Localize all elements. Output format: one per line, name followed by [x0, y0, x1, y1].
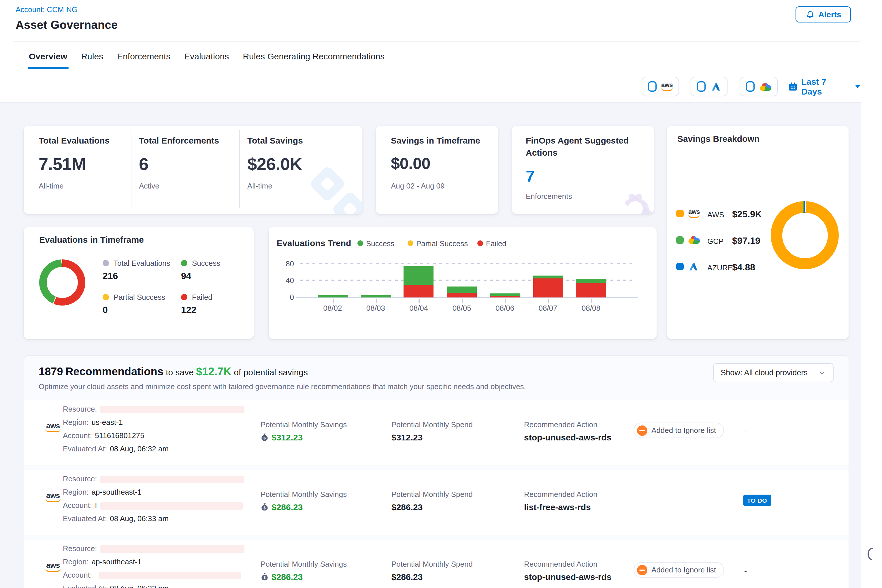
spend-column-header: Potential Monthly Spend: [392, 420, 473, 429]
recommendation-row[interactable]: aws Resource: Region:us-east-1 Account:5…: [24, 400, 849, 465]
tab-rules[interactable]: Rules: [81, 42, 103, 69]
aws-savings-value: $25.9K: [732, 209, 762, 220]
todo-badge[interactable]: TO DO: [743, 495, 771, 506]
trend-bar-08/07: [533, 276, 563, 297]
divider: [131, 130, 131, 208]
aws-filter-toggle[interactable]: aws: [642, 76, 679, 96]
savings-in-timeframe-card: Savings in Timeframe $0.00 Aug 02 - Aug …: [376, 126, 498, 214]
azure-savings-value: $4.88: [732, 262, 755, 273]
x-tick: [333, 298, 334, 303]
finops-title-line2: Actions: [526, 148, 558, 158]
x-tick-label: 08/03: [357, 304, 394, 312]
recommended-action-value: stop-unused-aws-rds: [524, 432, 611, 442]
alerts-button[interactable]: Alerts: [795, 6, 851, 22]
svg-text:$: $: [264, 575, 266, 580]
evaluations-timeframe-title: Evaluations in Timeframe: [39, 235, 144, 244]
trend-bar-08/06: [490, 293, 520, 297]
x-tick-label: 08/07: [530, 304, 566, 312]
action-column-header: Recommended Action: [524, 490, 597, 499]
evaluations-donut: [39, 260, 86, 306]
tab-rules-generating-recommendations[interactable]: Rules Generating Recommendations: [243, 42, 384, 69]
empty-cell-dash: -: [744, 566, 747, 575]
recommendations-headline: 1879 Recommendations to save $12.7K of p…: [39, 366, 308, 378]
right-gutter: [861, 0, 882, 588]
tab-overview[interactable]: Overview: [29, 42, 67, 69]
savings-timeframe-title: Savings in Timeframe: [391, 135, 480, 145]
gcp-checkbox[interactable]: [746, 81, 754, 92]
money-bag-icon: $: [261, 502, 268, 512]
divider: [239, 130, 240, 208]
added-to-ignore-badge[interactable]: Added to Ignore list: [633, 423, 724, 438]
savings-breakdown-card: Savings Breakdown aws AWS $25.9K GCP $97…: [667, 126, 849, 339]
cloud-provider-filter-dropdown[interactable]: Show: All cloud providers: [713, 363, 834, 382]
trend-bar-08/05: [447, 286, 477, 297]
success-legend-value: 94: [181, 271, 191, 281]
total-enforcements-value: 6: [139, 154, 148, 174]
aws-legend-label: AWS: [707, 210, 724, 219]
monthly-savings-value: $ $286.23: [261, 502, 303, 512]
spend-column-header: Potential Monthly Spend: [392, 560, 473, 568]
recommendation-rows: aws Resource: Region:us-east-1 Account:5…: [24, 400, 849, 588]
redacted-resource-value: [100, 545, 245, 553]
savings-timeframe-sub: Aug 02 - Aug 09: [391, 182, 445, 190]
finops-sub: Enforcements: [526, 192, 572, 201]
decorative-diamond: [309, 165, 346, 202]
help-widget-partial-icon[interactable]: [868, 548, 878, 560]
aws-icon: aws: [45, 422, 60, 432]
partial-success-dot: [103, 294, 109, 300]
recommendation-row[interactable]: aws Resource: Region:ap-southeast-1 Acco…: [24, 540, 849, 588]
trend-failed-dot: [477, 240, 483, 246]
total-evaluations-sub: All-time: [39, 182, 64, 190]
savings-column-header: Potential Monthly Savings: [261, 490, 347, 499]
azure-checkbox[interactable]: [697, 81, 706, 92]
recommended-action-value: list-free-aws-rds: [524, 502, 591, 512]
trend-partial-label: Partial Success: [416, 239, 468, 248]
added-to-ignore-badge[interactable]: Added to Ignore list: [633, 562, 724, 578]
calendar-icon: [788, 82, 798, 92]
azure-legend-label: AZURE: [707, 264, 733, 272]
tab-enforcements[interactable]: Enforcements: [117, 42, 170, 69]
evaluated-line: Evaluated At:08 Aug, 06:32 am: [63, 444, 169, 455]
azure-filter-toggle[interactable]: [691, 76, 728, 96]
gcp-icon: [759, 82, 771, 91]
evaluated-line: Evaluated At:08 Aug, 06:32 am: [63, 584, 169, 588]
action-column-header: Recommended Action: [524, 420, 597, 429]
total-savings-title: Total Savings: [247, 135, 303, 145]
monthly-savings-value: $ $312.23: [261, 432, 303, 442]
azure-icon: [688, 261, 699, 272]
trend-bar-08/08: [576, 279, 606, 297]
monthly-spend-value: $312.23: [392, 432, 423, 442]
failed-legend-value: 122: [181, 305, 196, 315]
spend-column-header: Potential Monthly Spend: [392, 490, 473, 499]
date-range-picker[interactable]: Last 7 Days: [788, 76, 861, 96]
empty-cell-dash: -: [744, 427, 747, 436]
finops-value: 7: [526, 167, 535, 186]
total-enforcements-sub: Active: [139, 182, 159, 190]
gcp-legend-dot: [676, 236, 684, 244]
success-dot: [181, 260, 188, 266]
recommendations-panel: 1879 Recommendations to save $12.7K of p…: [24, 355, 849, 588]
account-breadcrumb-link[interactable]: Account: CCM-NG: [16, 5, 78, 14]
x-tick: [462, 298, 463, 303]
tab-evaluations[interactable]: Evaluations: [184, 42, 229, 69]
x-tick: [548, 298, 549, 303]
trend-bar-08/03: [361, 296, 390, 297]
failed-legend-label: Failed: [192, 293, 212, 302]
y-tick-80: 80: [279, 260, 294, 268]
gcp-icon: [688, 235, 700, 244]
recommendation-row[interactable]: aws Resource: Region:ap-southeast-1 Acco…: [24, 470, 849, 535]
x-tick: [419, 298, 420, 303]
gcp-filter-toggle[interactable]: [740, 76, 778, 96]
y-tick-0: 0: [279, 293, 294, 302]
x-tick: [591, 298, 592, 303]
trend-failed-label: Failed: [486, 239, 506, 248]
aws-icon: aws: [45, 561, 60, 572]
svg-text:$: $: [264, 436, 266, 440]
redacted-resource-value: [100, 476, 245, 483]
azure-icon: [710, 81, 721, 92]
x-tick-label: 08/04: [400, 304, 437, 312]
trend-partial-dot: [408, 240, 413, 246]
total-evaluations-dot: [103, 260, 109, 266]
gridline-80: [300, 263, 635, 264]
aws-checkbox[interactable]: [648, 81, 657, 92]
